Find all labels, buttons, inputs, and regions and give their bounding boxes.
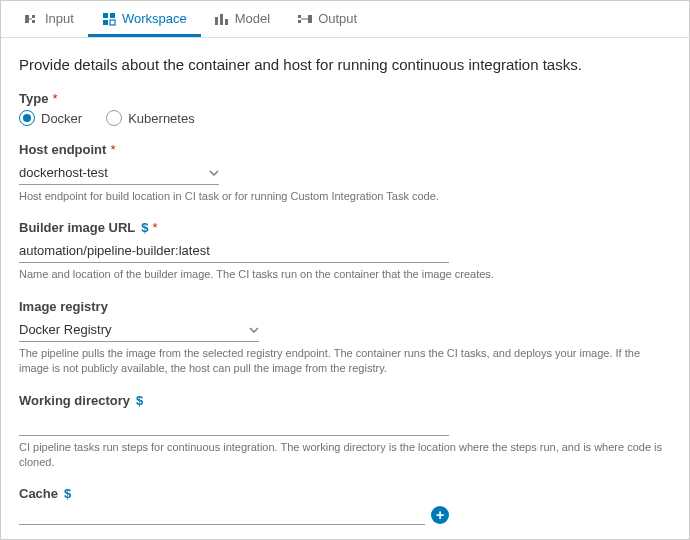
- tab-bar: Input Workspace Model Output: [1, 1, 689, 38]
- required-indicator: *: [153, 220, 158, 235]
- working-directory-section: Working directory $ CI pipeline tasks ru…: [19, 393, 671, 471]
- radio-kubernetes[interactable]: Kubernetes: [106, 110, 195, 126]
- page-description: Provide details about the container and …: [19, 56, 671, 73]
- builder-image-input[interactable]: [19, 239, 449, 263]
- radio-docker[interactable]: Docker: [19, 110, 82, 126]
- svg-rect-13: [298, 20, 301, 23]
- svg-rect-0: [25, 15, 29, 23]
- radio-indicator: [19, 110, 35, 126]
- tab-label: Output: [318, 11, 357, 26]
- host-endpoint-section: Host endpoint * dockerhost-test Host end…: [19, 142, 671, 204]
- required-indicator: *: [110, 142, 115, 157]
- cache-section: Cache $ +: [19, 486, 671, 525]
- svg-rect-14: [301, 18, 308, 19]
- output-icon: [298, 12, 312, 26]
- svg-rect-8: [215, 17, 218, 25]
- model-icon: [215, 12, 229, 26]
- host-endpoint-label: Host endpoint *: [19, 142, 671, 157]
- tab-model[interactable]: Model: [201, 1, 284, 37]
- variable-icon[interactable]: $: [64, 486, 71, 501]
- svg-rect-3: [29, 18, 32, 19]
- svg-rect-2: [32, 20, 35, 23]
- radio-indicator: [106, 110, 122, 126]
- add-cache-button[interactable]: +: [431, 506, 449, 524]
- svg-rect-6: [103, 20, 108, 25]
- tab-label: Workspace: [122, 11, 187, 26]
- tab-input[interactable]: Input: [11, 1, 88, 37]
- chevron-down-icon: [209, 167, 219, 178]
- type-label: Type *: [19, 91, 671, 106]
- cache-label: Cache $: [19, 486, 671, 501]
- svg-rect-1: [32, 15, 35, 18]
- working-directory-help: CI pipeline tasks run steps for continuo…: [19, 440, 671, 471]
- variable-icon[interactable]: $: [141, 220, 148, 235]
- builder-image-label: Builder image URL $ *: [19, 220, 671, 235]
- type-group: Type * Docker Kubernetes: [19, 91, 671, 126]
- input-icon: [25, 12, 39, 26]
- svg-rect-11: [308, 15, 312, 23]
- tab-label: Model: [235, 11, 270, 26]
- svg-rect-10: [225, 19, 228, 25]
- svg-rect-4: [103, 13, 108, 18]
- builder-image-section: Builder image URL $ * Name and location …: [19, 220, 671, 282]
- svg-rect-7: [110, 20, 115, 25]
- tab-workspace[interactable]: Workspace: [88, 1, 201, 37]
- image-registry-section: Image registry Docker Registry The pipel…: [19, 299, 671, 377]
- image-registry-select[interactable]: Docker Registry: [19, 318, 259, 342]
- working-directory-label: Working directory $: [19, 393, 671, 408]
- working-directory-input[interactable]: [19, 412, 449, 436]
- svg-rect-9: [220, 14, 223, 25]
- cache-input[interactable]: [19, 505, 425, 525]
- builder-image-help: Name and location of the builder image. …: [19, 267, 671, 282]
- host-endpoint-help: Host endpoint for build location in CI t…: [19, 189, 671, 204]
- host-endpoint-select[interactable]: dockerhost-test: [19, 161, 219, 185]
- workspace-icon: [102, 12, 116, 26]
- chevron-down-icon: [249, 324, 259, 335]
- svg-rect-5: [110, 13, 115, 18]
- required-indicator: *: [52, 91, 57, 106]
- variable-icon[interactable]: $: [136, 393, 143, 408]
- svg-rect-12: [298, 15, 301, 18]
- tab-label: Input: [45, 11, 74, 26]
- image-registry-label: Image registry: [19, 299, 671, 314]
- image-registry-help: The pipeline pulls the image from the se…: [19, 346, 671, 377]
- plus-icon: +: [436, 507, 444, 523]
- tab-output[interactable]: Output: [284, 1, 371, 37]
- workspace-form: Provide details about the container and …: [1, 38, 689, 525]
